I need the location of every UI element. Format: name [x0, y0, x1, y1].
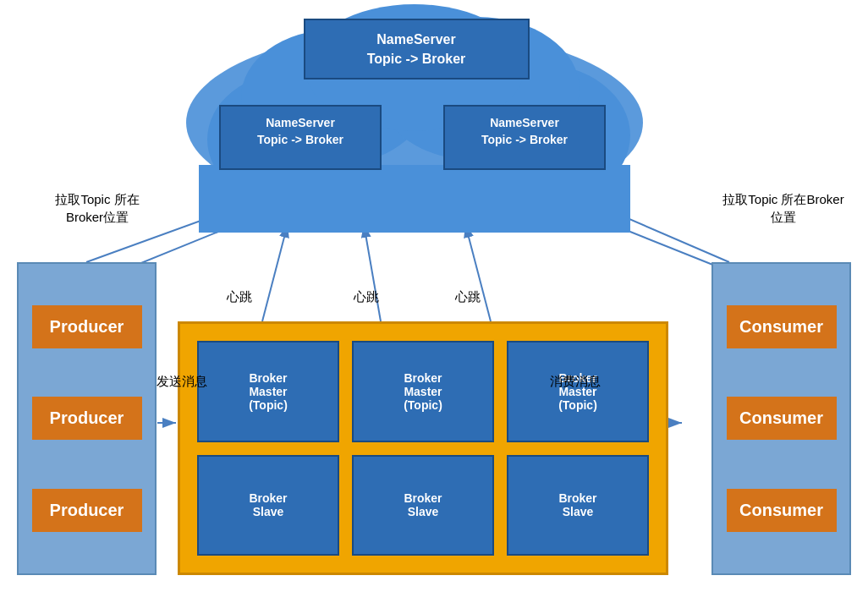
broker-slave-1: BrokerSlave [197, 455, 339, 556]
producer-box-2: Producer [32, 397, 142, 440]
svg-line-8 [465, 224, 491, 321]
svg-text:Topic -> Broker: Topic -> Broker [257, 133, 344, 146]
cloud-svg: NameServer Topic -> Broker NameServer To… [165, 4, 664, 233]
svg-line-7 [364, 224, 381, 321]
consumer-panel: Consumer Consumer Consumer [711, 262, 851, 575]
label-heartbeat-right: 心跳 [455, 288, 481, 305]
consumer-box-3: Consumer [727, 489, 837, 532]
svg-line-6 [262, 224, 288, 321]
producer-panel: Producer Producer Producer [17, 262, 157, 575]
diagram-container: NameServer Topic -> Broker NameServer To… [0, 0, 868, 592]
label-pull-topic-left: 拉取Topic 所在Broker位置 [38, 190, 157, 226]
broker-slave-3: BrokerSlave [507, 455, 649, 556]
svg-text:NameServer: NameServer [266, 116, 335, 129]
label-pull-topic-right: 拉取Topic 所在Broker位置 [720, 190, 847, 226]
broker-master-2: BrokerMaster(Topic) [352, 341, 494, 442]
svg-rect-18 [305, 19, 529, 79]
broker-panel: BrokerMaster(Topic) BrokerMaster(Topic) … [178, 321, 668, 575]
svg-text:NameServer: NameServer [490, 116, 559, 129]
consumer-box-2: Consumer [727, 397, 837, 440]
svg-text:NameServer: NameServer [376, 32, 455, 47]
svg-rect-17 [199, 165, 630, 233]
producer-box-1: Producer [32, 305, 142, 348]
label-heartbeat-left: 心跳 [227, 288, 252, 305]
label-consume-message: 消费消息 [550, 372, 601, 390]
broker-master-3: BrokerMaster(Topic) [507, 341, 649, 442]
label-send-message: 发送消息 [157, 372, 207, 390]
consumer-box-1: Consumer [727, 305, 837, 348]
label-heartbeat-center: 心跳 [354, 288, 379, 305]
svg-text:Topic -> Broker: Topic -> Broker [481, 133, 569, 146]
svg-text:Topic -> Broker: Topic -> Broker [367, 52, 466, 66]
broker-master-1: BrokerMaster(Topic) [197, 341, 339, 442]
broker-slave-2: BrokerSlave [352, 455, 494, 556]
producer-box-3: Producer [32, 489, 142, 532]
